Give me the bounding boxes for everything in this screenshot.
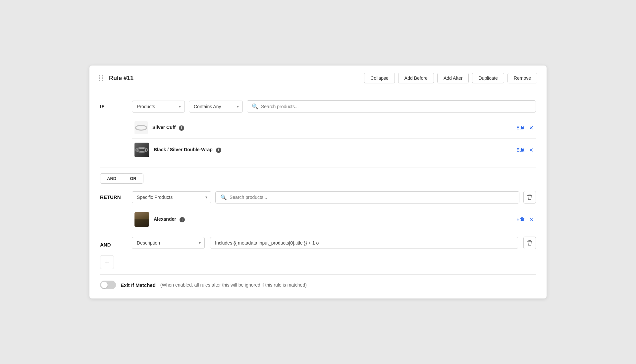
return-product-list: Alexander i Edit ✕ — [132, 208, 536, 231]
header-buttons: Collapse Add Before Add After Duplicate … — [364, 73, 537, 83]
includes-input[interactable] — [210, 237, 518, 249]
silver-cuff-thumbnail — [134, 121, 148, 134]
return-type-select[interactable]: Specific Products All Products Tagged Pr… — [132, 191, 211, 203]
if-search-icon: 🔍 — [252, 103, 258, 110]
svg-point-0 — [135, 125, 147, 130]
toggle-thumb — [101, 282, 108, 288]
rule-card: Rule #11 Collapse Add Before Add After D… — [89, 66, 547, 298]
card-body: IF Products Tags Collections ▾ Contains … — [89, 91, 547, 298]
toggle-track — [100, 281, 116, 289]
silver-cuff-name: Silver Cuff i — [152, 125, 512, 130]
add-after-button[interactable]: Add After — [437, 73, 469, 83]
return-controls: Specific Products All Products Tagged Pr… — [132, 191, 536, 204]
alexander-edit-link[interactable]: Edit — [516, 217, 524, 222]
return-delete-button[interactable] — [523, 191, 536, 204]
double-wrap-name: Black / Silver Double-Wrap i — [154, 147, 512, 153]
divider-1 — [100, 167, 536, 167]
return-label: RETURN — [100, 191, 127, 200]
exit-if-matched-label: Exit If Matched — [121, 282, 156, 288]
operator-select-wrapper: Contains Any Contains All Does Not Conta… — [189, 101, 243, 113]
exit-if-matched-desc: (When enabled, all rules after this will… — [160, 282, 307, 288]
list-item: Black / Silver Double-Wrap i Edit ✕ — [132, 139, 536, 161]
bracelet-svg — [135, 147, 148, 153]
condition-select-wrapper: Products Tags Collections ▾ — [132, 101, 185, 113]
silver-cuff-edit-link[interactable]: Edit — [516, 125, 524, 130]
drag-handle[interactable] — [99, 75, 104, 81]
list-item: Silver Cuff i Edit ✕ — [132, 117, 536, 139]
return-search-box[interactable]: 🔍 — [215, 191, 519, 204]
return-section: RETURN Specific Products All Products Ta… — [100, 191, 536, 231]
remove-button[interactable]: Remove — [507, 73, 537, 83]
double-wrap-info-icon[interactable]: i — [216, 148, 221, 153]
silver-cuff-info-icon[interactable]: i — [179, 125, 184, 131]
trash-icon — [527, 194, 532, 200]
double-wrap-remove-button[interactable]: ✕ — [529, 147, 533, 153]
list-item: Alexander i Edit ✕ — [132, 208, 536, 231]
alexander-info-icon[interactable]: i — [180, 217, 185, 222]
condition-select[interactable]: Products Tags Collections — [132, 101, 185, 113]
if-search-box[interactable]: 🔍 — [247, 100, 536, 113]
if-section: IF Products Tags Collections ▾ Contains … — [100, 100, 536, 161]
double-wrap-edit-link[interactable]: Edit — [516, 147, 524, 153]
rule-title: Rule #11 — [109, 75, 359, 82]
add-condition-button[interactable]: + — [100, 255, 114, 269]
and-delete-button[interactable] — [523, 237, 536, 249]
trash-icon-2 — [527, 240, 532, 246]
svg-point-2 — [137, 149, 146, 152]
exit-if-matched-toggle[interactable] — [100, 281, 116, 289]
logic-buttons: AND OR — [100, 173, 536, 184]
silver-cuff-remove-button[interactable]: ✕ — [529, 125, 533, 131]
if-controls: Products Tags Collections ▾ Contains Any… — [132, 100, 536, 113]
description-select-wrapper: Description Title Price Tags ▾ — [132, 237, 205, 249]
or-button[interactable]: OR — [123, 173, 143, 184]
if-search-input[interactable] — [261, 104, 531, 109]
alexander-remove-button[interactable]: ✕ — [529, 216, 533, 223]
ring-svg — [135, 124, 147, 131]
description-select[interactable]: Description Title Price Tags — [132, 237, 205, 249]
return-search-input[interactable] — [230, 195, 514, 200]
if-product-list: Silver Cuff i Edit ✕ — [132, 117, 536, 161]
alexander-thumbnail — [134, 212, 149, 227]
silver-cuff-actions: Edit ✕ — [516, 125, 533, 131]
alexander-name: Alexander i — [154, 216, 512, 222]
return-type-select-wrapper: Specific Products All Products Tagged Pr… — [132, 191, 211, 203]
alexander-actions: Edit ✕ — [516, 216, 533, 223]
return-search-icon: 🔍 — [220, 194, 227, 201]
double-wrap-thumbnail — [134, 143, 149, 157]
footer-row: Exit If Matched (When enabled, all rules… — [100, 274, 536, 289]
double-wrap-actions: Edit ✕ — [516, 147, 533, 153]
and-section: AND Description Title Price Tags ▾ — [100, 237, 536, 249]
and-label: AND — [100, 239, 127, 248]
if-label: IF — [100, 100, 127, 109]
add-before-button[interactable]: Add Before — [398, 73, 434, 83]
if-content: Products Tags Collections ▾ Contains Any… — [132, 100, 536, 161]
card-header: Rule #11 Collapse Add Before Add After D… — [89, 66, 547, 91]
operator-select[interactable]: Contains Any Contains All Does Not Conta… — [189, 101, 243, 113]
collapse-button[interactable]: Collapse — [364, 73, 395, 83]
and-button[interactable]: AND — [100, 173, 123, 184]
return-content: Specific Products All Products Tagged Pr… — [132, 191, 536, 231]
duplicate-button[interactable]: Duplicate — [472, 73, 504, 83]
